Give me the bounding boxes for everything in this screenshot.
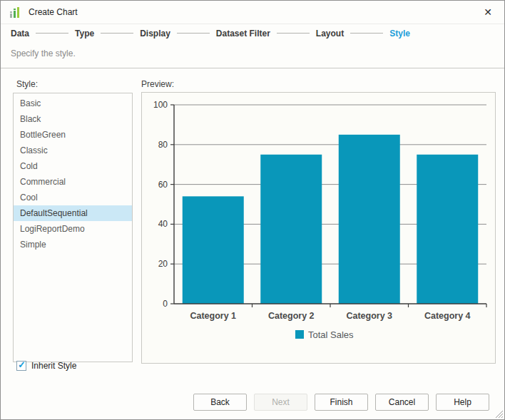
svg-text:Category 2: Category 2 [268, 311, 315, 321]
style-option-logireportdemo[interactable]: LogiReportDemo [14, 221, 132, 237]
bar-category-4 [417, 155, 478, 304]
help-button[interactable]: Help [436, 394, 489, 411]
inherit-style-label[interactable]: Inherit Style [31, 361, 76, 371]
svg-text:60: 60 [158, 180, 168, 190]
bar-chart-preview: 020406080100Category 1Category 2Category… [142, 93, 495, 363]
step-connector [177, 33, 210, 34]
next-button: Next [254, 394, 307, 411]
step-data[interactable]: Data [11, 29, 29, 39]
svg-text:80: 80 [158, 140, 168, 150]
style-option-classic[interactable]: Classic [14, 143, 132, 158]
step-description: Specify the style. [1, 42, 504, 68]
step-connector [101, 33, 133, 34]
style-option-commercial[interactable]: Commercial [14, 174, 132, 190]
svg-text:Total Sales: Total Sales [308, 329, 354, 340]
style-listbox[interactable]: BasicBlackBottleGreenClassicColdCommerci… [13, 93, 133, 362]
step-display[interactable]: Display [140, 29, 170, 39]
bar-category-1 [183, 196, 244, 304]
close-icon[interactable]: ✕ [481, 6, 495, 19]
chart-icon [9, 6, 22, 19]
back-button[interactable]: Back [193, 394, 247, 411]
title-bar: Create Chart ✕ [1, 1, 504, 24]
bar-category-2 [260, 155, 322, 304]
style-option-cold[interactable]: Cold [14, 158, 132, 174]
step-style[interactable]: Style [389, 29, 410, 39]
inherit-style-checkbox[interactable]: ✓ [16, 361, 26, 371]
style-list-label: Style: [16, 79, 38, 89]
resize-grip-icon[interactable] [494, 409, 504, 419]
style-option-defaultsequential[interactable]: DefaultSequential [14, 205, 132, 221]
bar-category-3 [339, 135, 400, 304]
step-dataset-filter[interactable]: Dataset Filter [216, 29, 270, 39]
svg-text:Category 4: Category 4 [424, 311, 471, 321]
step-connector [277, 33, 310, 34]
step-connector [36, 33, 68, 34]
style-option-bottlegreen[interactable]: BottleGreen [14, 127, 132, 143]
step-connector [350, 33, 383, 34]
step-type[interactable]: Type [75, 29, 94, 39]
style-option-cool[interactable]: Cool [14, 190, 132, 205]
svg-text:Category 1: Category 1 [190, 311, 236, 321]
svg-text:Category 3: Category 3 [346, 311, 392, 321]
wizard-steps: DataTypeDisplayDataset FilterLayoutStyle [1, 24, 504, 42]
create-chart-dialog: Create Chart ✕ DataTypeDisplayDataset Fi… [0, 0, 505, 420]
inherit-style-row: ✓ Inherit Style [16, 361, 76, 371]
svg-text:0: 0 [163, 299, 168, 309]
finish-button[interactable]: Finish [315, 394, 368, 411]
svg-text:20: 20 [158, 259, 168, 269]
step-layout[interactable]: Layout [316, 29, 344, 39]
preview-label: Preview: [141, 79, 174, 89]
check-icon: ✓ [18, 359, 26, 370]
style-option-black[interactable]: Black [14, 111, 132, 127]
svg-text:40: 40 [158, 219, 168, 229]
window-title: Create Chart [29, 7, 78, 17]
style-option-basic[interactable]: Basic [14, 96, 132, 111]
style-option-simple[interactable]: Simple [14, 237, 132, 252]
svg-text:100: 100 [153, 100, 168, 110]
cancel-button[interactable]: Cancel [375, 394, 429, 411]
preview-panel: 020406080100Category 1Category 2Category… [141, 92, 496, 364]
